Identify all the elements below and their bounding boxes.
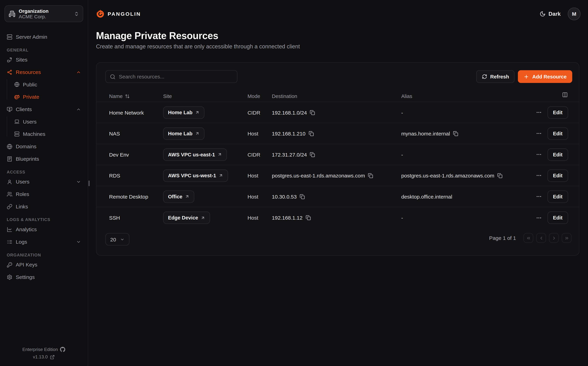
refresh-icon xyxy=(482,74,487,79)
sidebar-item-api-keys[interactable]: API Keys xyxy=(5,259,83,270)
pangolin-logo-icon xyxy=(96,9,105,18)
clients-subgroup: Users Machines xyxy=(5,116,83,139)
version-line[interactable]: v1.13.0 xyxy=(0,353,88,361)
copy-destination-button[interactable] xyxy=(306,215,311,220)
site-link-button[interactable]: Home Lab xyxy=(163,127,205,140)
section-label-logs-analytics: LOGS & ANALYTICS xyxy=(5,217,83,222)
row-menu-button[interactable] xyxy=(536,172,542,178)
last-page-button[interactable] xyxy=(562,233,571,243)
resource-alias: desktop.office.internal xyxy=(401,194,452,200)
row-menu-button[interactable] xyxy=(536,130,542,137)
row-menu-button[interactable] xyxy=(536,194,542,200)
row-menu-button[interactable] xyxy=(536,215,542,221)
copy-alias-button[interactable] xyxy=(453,131,458,136)
sidebar-item-analytics[interactable]: Analytics xyxy=(5,224,83,235)
column-header-name: Name xyxy=(109,90,130,102)
sidebar-item-server-admin[interactable]: Server Admin xyxy=(5,31,83,42)
org-switcher[interactable]: Organization ACME Corp. xyxy=(5,5,83,22)
refresh-button[interactable]: Refresh xyxy=(476,70,515,83)
sidebar-item-users[interactable]: Users xyxy=(5,176,83,187)
sidebar-item-roles[interactable]: Roles xyxy=(5,189,83,199)
site-link-button[interactable]: Office xyxy=(163,190,194,203)
sidebar-item-clients[interactable]: Clients xyxy=(5,104,83,114)
pagination: 20 Page 1 of 1 xyxy=(105,233,571,245)
next-page-button[interactable] xyxy=(549,233,559,243)
resource-name: Dev Env xyxy=(109,151,129,157)
resource-destination: postgres.us-east-1.rds.amazonaws.com xyxy=(272,172,373,178)
sidebar-item-domains[interactable]: Domains xyxy=(5,141,83,152)
edit-button[interactable]: Edit xyxy=(547,127,568,140)
table-row: Dev Env AWS VPC us-east-1 CIDR 172.31.27… xyxy=(96,144,579,165)
site-link-button[interactable]: Edge Device xyxy=(163,212,210,224)
copy-destination-button[interactable] xyxy=(300,194,305,199)
columns-toggle-button[interactable] xyxy=(562,92,568,98)
sidebar-item-private[interactable]: Private xyxy=(5,92,83,102)
sidebar-item-client-users[interactable]: Users xyxy=(5,116,83,127)
search-input[interactable] xyxy=(119,74,233,80)
resource-alias: postgres.us-east-1.rds.amazonaws.com xyxy=(401,172,503,178)
sidebar-item-sites[interactable]: Sites xyxy=(5,54,83,65)
section-label-access: ACCESS xyxy=(5,170,83,174)
copy-destination-button[interactable] xyxy=(368,173,373,178)
first-page-button[interactable] xyxy=(523,233,533,243)
resources-card: Refresh Add Resource Name Site Mode Dest… xyxy=(96,62,579,256)
external-link-icon xyxy=(50,355,55,359)
key-icon xyxy=(7,262,12,267)
sidebar-nav: Server Admin GENERAL Sites Resources Pub… xyxy=(5,31,83,282)
gear-icon xyxy=(7,274,12,280)
resource-mode: Host xyxy=(248,172,258,178)
resources-subgroup: Public Private xyxy=(5,79,83,102)
github-icon[interactable] xyxy=(60,347,65,352)
sidebar-scrollbar-thumb[interactable] xyxy=(88,181,90,186)
row-menu-button[interactable] xyxy=(536,151,542,157)
edit-button[interactable]: Edit xyxy=(547,169,568,182)
edit-button[interactable]: Edit xyxy=(547,106,568,119)
server-icon xyxy=(7,34,12,40)
chevron-down-icon xyxy=(76,179,81,184)
site-link-button[interactable]: AWS VPC us-east-1 xyxy=(163,148,227,161)
chevrons-up-down-icon xyxy=(74,11,79,16)
resource-mode: CIDR xyxy=(248,151,260,157)
table-row: Remote Desktop Office Host 10.30.0.53 de… xyxy=(96,186,579,207)
sidebar-item-machines[interactable]: Machines xyxy=(5,129,83,139)
building-icon xyxy=(9,10,15,17)
sidebar-item-blueprints[interactable]: Blueprints xyxy=(5,153,83,164)
copy-destination-button[interactable] xyxy=(310,152,315,157)
row-menu-button[interactable] xyxy=(536,109,542,115)
site-link-button[interactable]: AWS VPC us-west-1 xyxy=(163,169,228,182)
resource-name: Home Network xyxy=(109,109,144,115)
resource-destination: 192.168.1.0/24 xyxy=(272,109,315,115)
resource-alias: mynas.home.internal xyxy=(401,130,458,137)
site-link-button[interactable]: Home Lab xyxy=(163,106,205,119)
table-row: RDS AWS VPC us-west-1 Host postgres.us-e… xyxy=(96,165,579,186)
theme-toggle[interactable]: Dark xyxy=(539,11,560,17)
arrow-up-right-icon xyxy=(219,173,223,178)
brand-name: PANGOLIN xyxy=(108,11,141,17)
plus-icon xyxy=(524,74,529,79)
add-resource-button[interactable]: Add Resource xyxy=(518,70,572,83)
sort-icon[interactable] xyxy=(125,94,130,99)
sidebar-item-settings[interactable]: Settings xyxy=(5,272,83,282)
toolbar-actions: Refresh Add Resource xyxy=(476,70,572,83)
resource-alias: - xyxy=(401,215,403,221)
copy-alias-button[interactable] xyxy=(497,173,503,178)
resource-destination: 192.168.1.210 xyxy=(272,130,314,137)
page-indicator: Page 1 of 1 xyxy=(489,235,516,241)
prev-page-button[interactable] xyxy=(536,233,546,243)
sidebar-item-public[interactable]: Public xyxy=(5,79,83,90)
edit-button[interactable]: Edit xyxy=(547,148,568,161)
edition-line: Enterprise Edition xyxy=(0,346,88,353)
page-size-select[interactable]: 20 xyxy=(105,233,129,245)
theme-label: Dark xyxy=(548,11,560,17)
avatar[interactable]: M xyxy=(568,8,581,20)
edit-button[interactable]: Edit xyxy=(547,212,568,224)
sidebar-item-resources[interactable]: Resources xyxy=(5,67,83,77)
copy-destination-button[interactable] xyxy=(310,110,315,115)
receipt-icon xyxy=(7,156,12,162)
copy-destination-button[interactable] xyxy=(309,131,314,136)
sidebar-item-links[interactable]: Links xyxy=(5,201,83,212)
sidebar-item-logs[interactable]: Logs xyxy=(5,236,83,247)
org-switcher-value: ACME Corp. xyxy=(19,14,49,19)
edit-button[interactable]: Edit xyxy=(547,190,568,203)
resource-alias: - xyxy=(401,151,403,157)
